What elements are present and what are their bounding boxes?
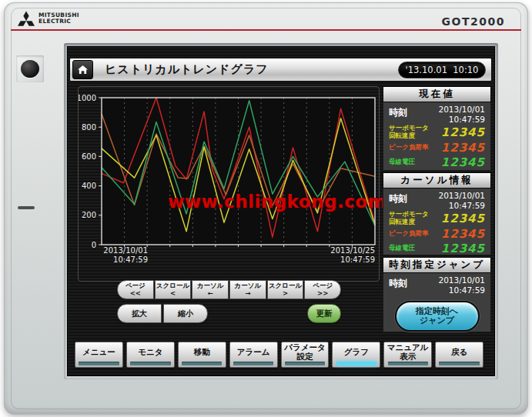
menu-item-manual-display[interactable]: マニュアル 表示: [383, 342, 432, 368]
metric-row: 母線電圧 12345: [389, 155, 485, 169]
metric-label: 母線電圧: [389, 245, 415, 252]
double-chevron-left-icon: <<: [130, 290, 141, 298]
home-button[interactable]: [72, 60, 93, 79]
svg-text:400: 400: [82, 182, 96, 190]
time-value: 2013/10/01 10:47:59: [438, 105, 485, 124]
update-button[interactable]: 更新: [307, 304, 341, 323]
brand-line2: ELECTRIC: [38, 18, 79, 25]
time-label: 時刻: [389, 105, 407, 119]
metric-row: サーボモータ 回転速度 12345: [389, 125, 485, 140]
metric-row: 母線電圧 12345: [389, 242, 485, 255]
arrow-right-icon: →: [245, 290, 250, 298]
mitsubishi-logo: MITSUBISHI ELECTRIC: [18, 11, 79, 26]
menu-underline: [79, 362, 119, 365]
time-label: 時刻: [389, 275, 407, 290]
arrow-left-icon: ←: [208, 290, 213, 298]
menu-underline: [336, 362, 376, 365]
menu-label: グラフ: [344, 348, 369, 357]
x-axis-start-label: 2013/10/01 10:47:59: [94, 246, 148, 265]
metric-label: ピーク負荷率: [389, 230, 428, 238]
metric-label: サーボモータ 回転速度: [389, 211, 429, 226]
metric-value: 12345: [441, 227, 485, 241]
menu-label: モニタ: [138, 348, 162, 357]
scroll-left-button[interactable]: スクロール <: [155, 280, 192, 299]
menu-label: メニュー: [82, 348, 115, 357]
menu-item-move[interactable]: 移動: [178, 342, 226, 368]
got2000-logo: GOT2000: [442, 15, 505, 28]
metric-value: 12345: [441, 125, 485, 139]
page-back-button[interactable]: ページ <<: [117, 280, 154, 299]
menu-label: アラーム: [237, 348, 270, 357]
title-bar: ヒストリカルトレンドグラフ '13.10.01 10:10: [69, 58, 492, 82]
metric-label: 母線電圧: [389, 158, 415, 166]
zoom-in-button[interactable]: 拡大: [117, 304, 162, 323]
menu-label: マニュアル 表示: [387, 343, 429, 361]
cursor-info-panel: カーソル情報 時刻 2013/10/01 10:47:59 サーボモータ 回転速…: [383, 172, 491, 255]
svg-text:200: 200: [82, 211, 96, 219]
cursor-right-button[interactable]: カーソル →: [229, 280, 266, 299]
trend-chart: 02004006008001000 2013/10/01 10:47:59 20…: [78, 86, 380, 282]
svg-text:1000: 1000: [79, 94, 96, 102]
menu-label: パラメータ 設定: [284, 343, 325, 361]
metric-value: 12345: [441, 141, 485, 155]
chart-control-row: ページ << スクロール < カーソル ← カーソル → スクロール >: [117, 280, 341, 299]
metric-label: サーボモータ 回転速度: [389, 125, 429, 140]
got2000-device: MITSUBISHI ELECTRIC GOT2000 ヒストリカルトレンドグラ…: [4, 2, 528, 415]
metric-row: ピーク負荷率 12345: [389, 141, 485, 155]
touchscreen: ヒストリカルトレンドグラフ '13.10.01 10:10 0200400600…: [67, 46, 495, 376]
page-title: ヒストリカルトレンドグラフ: [105, 62, 269, 77]
menu-label: 戻る: [451, 348, 467, 357]
menu-item-back[interactable]: 戻る: [435, 342, 483, 368]
metric-value: 12345: [441, 242, 485, 255]
menu-underline: [388, 362, 428, 365]
menu-underline: [285, 362, 325, 365]
chevron-left-icon: <: [170, 290, 176, 298]
mitsubishi-diamonds-icon: [18, 11, 35, 26]
menu-bar: メニュー モニタ 移動 アラーム パラメータ 設定: [75, 342, 483, 368]
svg-text:800: 800: [82, 123, 96, 132]
zoom-out-button[interactable]: 縮小: [163, 304, 208, 323]
cursor-left-button[interactable]: カーソル ←: [192, 280, 229, 299]
panel-title: 現在値: [383, 86, 491, 102]
jump-to-time-button[interactable]: 指定時刻へ ジャンプ: [395, 301, 480, 332]
info-sidebar: 現在値 時刻 2013/10/01 10:47:59 サーボモータ 回転速度 1…: [383, 86, 491, 334]
page-forward-button[interactable]: ページ >>: [304, 280, 341, 299]
menu-item-parameter-settings[interactable]: パラメータ 設定: [281, 342, 330, 368]
menu-label: 移動: [194, 348, 210, 357]
metric-row: ピーク負荷率 12345: [389, 227, 485, 241]
bezel-dash-mark: [18, 206, 35, 209]
time-value: 2013/10/01 10:47:59: [438, 191, 485, 210]
zoom-control-row: 拡大 縮小: [117, 304, 208, 323]
bezel-button-knob: [21, 60, 39, 78]
time-label: 時刻: [389, 191, 407, 205]
menu-underline: [233, 362, 273, 365]
time-jump-panel: 時刻指定ジャンプ 時刻 2013/10/01 10:47:59 指定時刻へ ジャ…: [383, 257, 491, 332]
current-value-panel: 現在値 時刻 2013/10/01 10:47:59 サーボモータ 回転速度 1…: [383, 86, 491, 171]
screen-frame: ヒストリカルトレンドグラフ '13.10.01 10:10 0200400600…: [64, 43, 498, 379]
svg-text:600: 600: [82, 152, 96, 161]
menu-item-graph[interactable]: グラフ: [332, 342, 380, 368]
bezel-round-button[interactable]: [16, 55, 44, 82]
bezel-red-line: [11, 29, 521, 31]
panel-title: カーソル情報: [383, 172, 491, 188]
metric-value: 12345: [441, 212, 485, 225]
double-chevron-right-icon: >>: [317, 290, 328, 298]
metric-row: サーボモータ 回転速度 12345: [389, 211, 485, 226]
panel-title: 時刻指定ジャンプ: [383, 257, 491, 273]
menu-underline: [130, 362, 170, 365]
scroll-right-button[interactable]: スクロール >: [267, 280, 304, 299]
metric-value: 12345: [441, 155, 485, 169]
metric-label: ピーク負荷率: [389, 144, 428, 152]
menu-item-menu[interactable]: メニュー: [75, 342, 123, 368]
time-value: 2013/10/01 10:47:59: [438, 275, 485, 295]
chevron-right-icon: >: [283, 290, 288, 298]
x-axis-end-label: 2013/10/25 10:47:59: [313, 246, 375, 265]
home-icon: [77, 65, 89, 75]
clock-display: '13.10.01 10:10: [398, 62, 486, 78]
watermark: www.chlingkong.com: [168, 192, 386, 212]
menu-item-monitor[interactable]: モニタ: [126, 342, 175, 368]
menu-item-alarm[interactable]: アラーム: [229, 342, 278, 368]
menu-underline: [182, 362, 222, 365]
menu-underline: [439, 362, 479, 365]
